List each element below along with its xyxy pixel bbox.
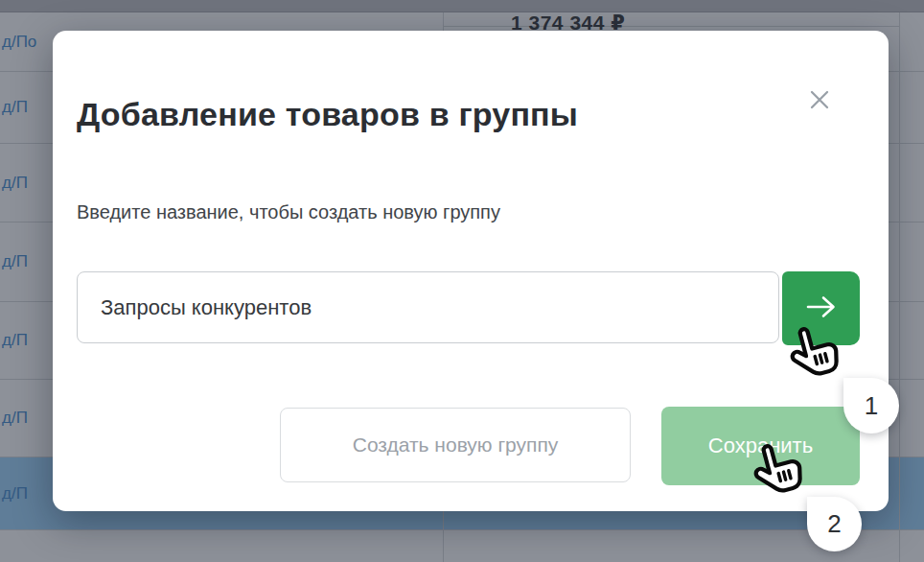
submit-group-name-button[interactable] bbox=[782, 271, 860, 345]
add-to-groups-modal: Добавление товаров в группы Введите назв… bbox=[53, 31, 889, 511]
group-name-input[interactable] bbox=[77, 271, 779, 343]
step-badge-2: 2 bbox=[807, 497, 862, 551]
modal-title: Добавление товаров в группы bbox=[77, 96, 578, 133]
close-icon bbox=[806, 86, 833, 116]
modal-subtitle: Введите название, чтобы создать новую гр… bbox=[77, 201, 500, 223]
close-button[interactable] bbox=[802, 83, 837, 118]
save-button[interactable]: Сохранить bbox=[661, 407, 860, 485]
arrow-right-icon bbox=[803, 294, 840, 322]
screenshot-stage: д/По д/П д/П д/П д/П д/П д/П 1 374 344 ₽… bbox=[0, 0, 924, 562]
create-new-group-button[interactable]: Создать новую группу bbox=[280, 408, 631, 482]
step-badge-1: 1 bbox=[843, 378, 899, 433]
